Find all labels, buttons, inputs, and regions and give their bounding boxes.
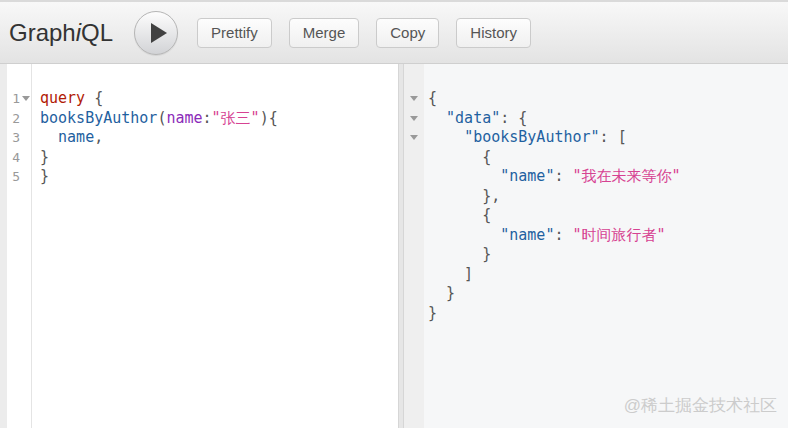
line-number: 1 <box>7 91 20 106</box>
toolbar: GraphiQL PrettifyMergeCopyHistory <box>0 0 788 64</box>
editor-panes: 12345 query {booksByAuthor(name:"张三"){ n… <box>0 64 788 428</box>
line-number: 5 <box>7 169 20 184</box>
gutter-row: 2 <box>7 109 31 129</box>
fold-placeholder <box>20 167 31 187</box>
fold-arrow-icon[interactable] <box>409 89 420 109</box>
gutter-row <box>404 304 424 324</box>
gutter-row: 3 <box>7 128 31 148</box>
fold-placeholder <box>20 128 31 148</box>
logo-text: QL <box>81 19 113 46</box>
fold-placeholder <box>409 304 420 324</box>
fold-placeholder <box>20 148 31 168</box>
fold-placeholder <box>409 245 420 265</box>
toolbar-button-copy[interactable]: Copy <box>376 18 439 48</box>
line-number: 2 <box>7 111 20 126</box>
code-line: } <box>40 148 278 168</box>
result-code-area: { "data": { "booksByAuthor": [ { "name":… <box>424 64 681 428</box>
code-line: query { <box>40 89 278 109</box>
code-line: { <box>428 148 681 168</box>
result-fold-gutter <box>404 64 424 428</box>
gutter-row <box>404 265 424 285</box>
fold-placeholder <box>409 148 420 168</box>
fold-arrow-icon[interactable] <box>409 109 420 129</box>
gutter-row <box>404 167 424 187</box>
fold-arrow-icon[interactable] <box>409 128 420 148</box>
code-line: "name": "时间旅行者" <box>428 226 681 246</box>
gutter-row <box>404 284 424 304</box>
fold-placeholder <box>409 167 420 187</box>
fold-placeholder <box>20 109 31 129</box>
gutter-row <box>404 187 424 207</box>
gutter-row <box>404 148 424 168</box>
fold-placeholder <box>409 206 420 226</box>
gutter-row: 1 <box>7 89 31 109</box>
app-logo: GraphiQL <box>9 19 113 47</box>
query-line-gutter: 12345 <box>7 64 32 428</box>
code-line: { <box>428 206 681 226</box>
play-icon <box>151 23 167 43</box>
code-line: name, <box>40 128 278 148</box>
toolbar-buttons: PrettifyMergeCopyHistory <box>197 18 548 48</box>
toolbar-button-history[interactable]: History <box>456 18 531 48</box>
code-line: } <box>428 245 681 265</box>
toolbar-button-merge[interactable]: Merge <box>289 18 360 48</box>
gutter-row <box>404 226 424 246</box>
fold-arrow-icon[interactable] <box>20 89 31 109</box>
query-code-area[interactable]: query {booksByAuthor(name:"张三"){ name,}} <box>32 64 278 428</box>
code-line: } <box>40 167 278 187</box>
graphiql-app: GraphiQL PrettifyMergeCopyHistory 12345 … <box>0 0 788 428</box>
line-number: 4 <box>7 150 20 165</box>
code-line: "name": "我在未来等你" <box>428 167 681 187</box>
code-line: "data": { <box>428 109 681 129</box>
gutter-row: 4 <box>7 148 31 168</box>
fold-placeholder <box>409 226 420 246</box>
left-edge-strip <box>0 64 7 428</box>
gutter-row <box>404 245 424 265</box>
code-line: { <box>428 89 681 109</box>
code-line: "booksByAuthor": [ <box>428 128 681 148</box>
fold-placeholder <box>409 265 420 285</box>
result-viewer: { "data": { "booksByAuthor": [ { "name":… <box>404 64 788 428</box>
line-number: 3 <box>7 130 20 145</box>
fold-placeholder <box>409 284 420 304</box>
code-line: } <box>428 304 681 324</box>
fold-placeholder <box>409 187 420 207</box>
query-editor[interactable]: 12345 query {booksByAuthor(name:"张三"){ n… <box>7 64 398 428</box>
gutter-row <box>404 109 424 129</box>
code-line: } <box>428 284 681 304</box>
gutter-row <box>404 89 424 109</box>
gutter-row <box>404 206 424 226</box>
code-line: ] <box>428 265 681 285</box>
watermark: @稀土掘金技术社区 <box>624 394 777 417</box>
execute-button[interactable] <box>134 11 178 55</box>
code-line: booksByAuthor(name:"张三"){ <box>40 109 278 129</box>
gutter-row: 5 <box>7 167 31 187</box>
toolbar-button-prettify[interactable]: Prettify <box>197 18 272 48</box>
gutter-row <box>404 128 424 148</box>
logo-text: Graph <box>9 19 76 46</box>
code-line: }, <box>428 187 681 207</box>
